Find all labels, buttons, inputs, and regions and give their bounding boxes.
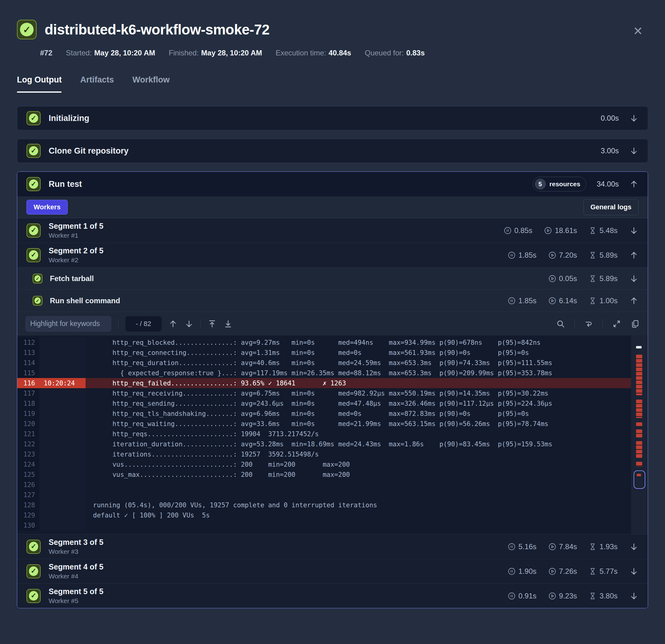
tab-log-output[interactable]: Log Output xyxy=(17,75,61,93)
hourglass-icon xyxy=(589,567,597,575)
step-duration: 0.00s xyxy=(601,114,619,122)
scroll-to-top-icon[interactable] xyxy=(208,319,217,328)
wait-duration: 1.93s xyxy=(589,543,618,551)
paused-duration: 1.85s xyxy=(508,297,537,305)
pause-circle-icon xyxy=(508,251,516,259)
hourglass-icon xyxy=(589,227,597,234)
page-title: distributed-k6-workflow-smoke-72 xyxy=(45,21,269,38)
run-duration: 7.26s xyxy=(548,567,577,576)
segment-row-5[interactable]: ✓ Segment 5 of 5Worker #5 0.91s 9.23s 3.… xyxy=(17,583,648,608)
minimap-error-marker xyxy=(636,462,642,467)
divider xyxy=(201,319,201,329)
substep-row-run-shell-command[interactable]: ✓ Run shell command 1.85s 6.14s 1.00s xyxy=(17,289,648,311)
tab-artifacts[interactable]: Artifacts xyxy=(80,75,114,93)
minimap-error-marker xyxy=(636,441,642,458)
hourglass-icon xyxy=(589,274,597,283)
play-circle-icon xyxy=(544,227,552,234)
segment-row-1[interactable]: ✓ Segment 1 of 5Worker #1 0.85s 18.61s 5… xyxy=(17,218,648,243)
log-line: 123 iterations.....................: 192… xyxy=(17,449,648,459)
minimap-error-marker xyxy=(636,400,642,418)
chevron-up-icon[interactable] xyxy=(629,179,639,189)
resources-badge[interactable]: 5 resources xyxy=(533,177,586,191)
log-line: 121 http_reqs......................: 199… xyxy=(17,429,648,439)
log-line: 125 vus_max........................: 200… xyxy=(17,470,648,480)
log-line: 127 xyxy=(17,490,648,500)
close-icon[interactable]: ✕ xyxy=(633,25,643,37)
log-line: 120 http_req_waiting...............: avg… xyxy=(17,419,648,429)
success-check-icon: ✓ xyxy=(26,144,41,158)
chevron-down-icon[interactable] xyxy=(629,542,639,551)
substep-row-fetch-tarball[interactable]: ✓ Fetch tarball 0.05s 5.89s xyxy=(17,267,648,289)
play-circle-icon xyxy=(548,592,556,600)
chevron-down-icon[interactable] xyxy=(629,591,639,601)
wait-duration: 5.89s xyxy=(589,251,618,260)
run-duration: 0.05s xyxy=(548,274,577,283)
log-line: 128running (05.4s), 000/200 VUs, 19257 c… xyxy=(17,500,648,510)
log-line: 112 http_req_blocked...............: avg… xyxy=(17,337,648,347)
run-duration: 7.84s xyxy=(548,543,577,551)
minimap-viewport-thumb[interactable] xyxy=(633,470,645,489)
search-icon[interactable] xyxy=(556,319,565,328)
wait-duration: 1.00s xyxy=(589,297,618,305)
keyword-search-input[interactable] xyxy=(30,320,121,328)
segment-row-2[interactable]: ✓ Segment 2 of 5Worker #2 1.85s 7.20s 5.… xyxy=(17,243,648,267)
success-check-icon: ✓ xyxy=(33,296,42,306)
chevron-down-icon[interactable] xyxy=(629,114,639,123)
chevron-down-icon[interactable] xyxy=(629,226,639,235)
success-check-icon: ✓ xyxy=(17,20,37,39)
log-line: 119 http_req_tls_handshaking.......: avg… xyxy=(17,409,648,419)
divider xyxy=(603,319,603,329)
play-circle-icon xyxy=(548,274,556,283)
match-counter: - / 82 xyxy=(125,316,162,332)
started-meta: Started:May 28, 10:20 AM xyxy=(66,49,155,57)
segment-row-3[interactable]: ✓ Segment 3 of 5Worker #3 5.16s 7.84s 1.… xyxy=(17,534,648,559)
chevron-up-icon[interactable] xyxy=(629,296,639,305)
chevron-down-icon[interactable] xyxy=(629,146,639,155)
segment-row-4[interactable]: ✓ Segment 4 of 5Worker #4 1.90s 7.26s 5.… xyxy=(17,559,648,583)
pause-circle-icon xyxy=(508,567,516,575)
step-header-initializing[interactable]: ✓ Initializing 0.00s xyxy=(17,107,648,130)
play-circle-icon xyxy=(548,251,556,259)
log-line: 124 vus............................: 200… xyxy=(17,459,648,470)
hourglass-icon xyxy=(589,592,597,600)
success-check-icon: ✓ xyxy=(26,177,41,191)
step-duration: 34.00s xyxy=(597,180,619,188)
hourglass-icon xyxy=(589,297,597,305)
minimap-error-marker xyxy=(636,430,642,437)
paused-duration: 1.90s xyxy=(508,567,537,576)
copy-icon[interactable] xyxy=(630,319,640,328)
run-meta: #72 Started:May 28, 10:20 AM Finished:Ma… xyxy=(40,49,648,57)
run-duration: 18.61s xyxy=(544,226,577,235)
header: ✓ distributed-k6-workflow-smoke-72 xyxy=(17,20,648,39)
log-line: 126 xyxy=(17,480,648,490)
scroll-to-bottom-icon[interactable] xyxy=(224,319,233,328)
resources-label: resources xyxy=(550,181,580,188)
wait-duration: 5.89s xyxy=(589,274,618,283)
minimap-error-marker xyxy=(636,355,642,395)
success-check-icon: ✓ xyxy=(26,564,41,579)
step-card-initializing: ✓ Initializing 0.00s xyxy=(17,106,648,130)
success-check-icon: ✓ xyxy=(33,274,42,284)
step-header-clone[interactable]: ✓ Clone Git repository 3.00s xyxy=(17,139,648,163)
chevron-up-icon[interactable] xyxy=(629,251,639,260)
tab-workflow[interactable]: Workflow xyxy=(132,75,170,93)
log-line: 115 { expected_response:true }...: avg=1… xyxy=(17,368,648,378)
pause-circle-icon xyxy=(508,543,516,551)
chevron-down-icon[interactable] xyxy=(629,274,639,283)
log-minimap-scrollbar[interactable] xyxy=(631,336,648,534)
paused-duration: 0.85s xyxy=(504,226,533,235)
fullscreen-icon[interactable] xyxy=(612,319,621,328)
chevron-down-icon[interactable] xyxy=(629,567,639,576)
step-header-run-test[interactable]: ✓ Run test 5 resources 34.00s xyxy=(17,172,648,196)
wrap-lines-icon[interactable] xyxy=(584,319,593,328)
next-match-icon[interactable] xyxy=(185,319,194,328)
step-card-run-test: ✓ Run test 5 resources 34.00s Workers Ge… xyxy=(17,171,648,608)
tab-bar: Log Output Artifacts Workflow xyxy=(17,75,648,93)
general-logs-button[interactable]: General logs xyxy=(584,199,639,215)
workers-button[interactable]: Workers xyxy=(26,200,68,214)
previous-match-icon[interactable] xyxy=(168,319,178,328)
keyword-search-box[interactable] xyxy=(25,316,111,332)
success-check-icon: ✓ xyxy=(26,589,41,603)
queued-meta: Queued for:0.83s xyxy=(365,49,425,57)
success-check-icon: ✓ xyxy=(26,111,41,125)
